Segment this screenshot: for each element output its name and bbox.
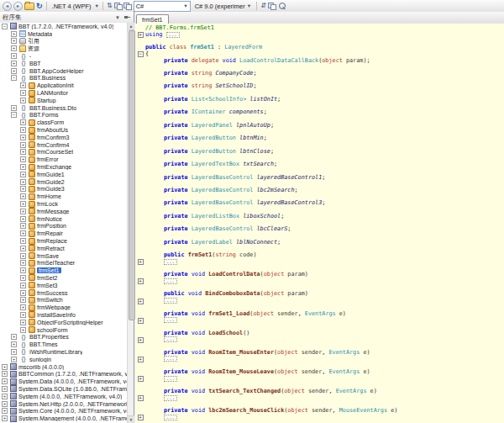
expander-icon[interactable]: − (11, 75, 17, 81)
scroll-down-icon[interactable]: ▼ (128, 415, 134, 423)
tree-item[interactable]: +ObjectForScriptingHelper (0, 319, 127, 326)
tree-item[interactable]: +frmPosition (0, 223, 127, 230)
tree-item[interactable]: +frmConfirm3 (0, 134, 127, 141)
tree-item[interactable]: +{}- (0, 52, 127, 60)
tree-item[interactable]: +InstallSaveInfo (0, 311, 127, 319)
expander-icon[interactable]: + (11, 105, 17, 111)
code-view[interactable]: // BBT.Forms.frmSet1+using ...public cla… (135, 24, 504, 423)
tree-item[interactable]: +System (4.0.0.0, .NETFramework, v4.0) (0, 393, 127, 400)
fold-marker-icon[interactable]: + (138, 32, 144, 38)
expander-icon[interactable]: + (2, 364, 8, 370)
expander-icon[interactable]: + (20, 172, 26, 177)
fold-marker-icon[interactable]: − (138, 51, 144, 57)
folded-code-box[interactable]: ... (164, 278, 177, 284)
expander-icon[interactable]: + (20, 193, 26, 199)
folded-code-box[interactable]: ... (164, 376, 177, 382)
fold-marker-icon[interactable]: + (138, 259, 144, 265)
tree-item[interactable]: +frmCourseSet (0, 149, 127, 156)
fold-marker-icon[interactable]: + (138, 395, 144, 401)
expander-icon[interactable]: + (20, 238, 26, 244)
flatten-namespaces-button[interactable] (114, 3, 122, 9)
expander-icon[interactable]: + (20, 297, 26, 303)
expander-icon[interactable]: + (20, 223, 26, 229)
assembly-list-button[interactable] (123, 3, 131, 9)
panel-menu-button[interactable]: ▼ (115, 15, 120, 20)
expander-icon[interactable]: + (20, 327, 26, 333)
back-button[interactable]: ◂ (3, 2, 12, 11)
expander-icon[interactable]: + (20, 304, 26, 310)
expander-icon[interactable]: + (2, 386, 8, 392)
expander-icon[interactable]: + (20, 209, 26, 214)
language-select[interactable]: C# ▼ (134, 1, 191, 12)
refresh-button[interactable]: ↻ (36, 3, 43, 10)
expander-icon[interactable]: + (20, 82, 26, 88)
expander-icon[interactable]: + (20, 216, 26, 222)
expander-icon[interactable]: + (20, 290, 26, 296)
expander-icon[interactable]: + (20, 201, 26, 207)
tree-item[interactable]: +资源 (0, 45, 127, 52)
expander-icon[interactable]: + (2, 408, 8, 414)
tree-item[interactable]: +frmSwitch (0, 296, 127, 304)
expander-icon[interactable]: + (11, 45, 17, 51)
tree-item[interactable]: −BBT (1.7.2.0, .NETFramework, v4.0) (0, 23, 127, 30)
sort-assemblies-button[interactable]: ⇅ (107, 2, 113, 10)
expander-icon[interactable]: + (20, 156, 26, 162)
tree-item[interactable]: +{}IWshRuntimeLibrary (0, 348, 127, 356)
tree-item[interactable]: +frmSuccess (0, 289, 127, 297)
tree-item[interactable]: +BBTCommon (1.7.2.0, .NETFramework, v4.0… (0, 370, 127, 378)
expander-icon[interactable]: + (20, 260, 26, 266)
tree-item[interactable]: +LANMonitor (0, 89, 127, 97)
expander-icon[interactable]: + (20, 149, 26, 155)
fold-marker-icon[interactable]: + (138, 278, 144, 284)
expander-icon[interactable]: − (11, 112, 17, 118)
expander-icon[interactable]: + (2, 415, 8, 421)
tree-item[interactable]: +{}BBT (0, 60, 127, 67)
tree-item[interactable]: +frmSave (0, 252, 127, 260)
expander-icon[interactable]: + (20, 127, 26, 133)
tree-item[interactable]: +frmLock (0, 200, 127, 208)
folded-code-box[interactable]: ... (164, 317, 177, 323)
expander-icon[interactable]: + (20, 98, 26, 103)
fold-marker-icon[interactable]: + (138, 357, 144, 362)
tree-item[interactable]: +frmNotice (0, 215, 127, 223)
forward-button[interactable]: ▸ (13, 2, 23, 11)
expander-icon[interactable]: + (20, 246, 26, 251)
folded-code-box[interactable]: ... (166, 32, 180, 38)
tree-item[interactable]: +System.Management (4.0.0.0, .NETFramewo… (0, 415, 127, 422)
tree-item[interactable]: +引用 (0, 38, 127, 45)
expander-icon[interactable]: + (20, 179, 26, 185)
tree-item[interactable]: +System.Net.Http (2.0.0.0, .NETFramework… (0, 400, 127, 408)
tree-item[interactable]: +System.Data.SQLite (1.0.86.0, .NETFrame… (0, 385, 127, 393)
fold-marker-icon[interactable]: + (138, 337, 144, 343)
fold-marker-icon[interactable]: + (138, 376, 144, 382)
tree-item[interactable]: +frmGuide2 (0, 178, 127, 186)
folded-code-box[interactable]: ... (164, 259, 177, 265)
tree-item[interactable]: +frmHome (0, 193, 127, 200)
folded-code-box[interactable]: ... (164, 336, 177, 342)
framework-dropdown[interactable]: .NET 4 (WPF) ▼ (50, 3, 99, 10)
tree-item[interactable]: +frmRetract (0, 245, 127, 252)
expander-icon[interactable]: + (20, 164, 26, 170)
tree-item[interactable]: +{}BBT.AppCodeHelper (0, 67, 127, 75)
fold-marker-icon[interactable]: + (138, 415, 144, 420)
tree-item[interactable]: +mscorlib (4.0.0.0) (0, 363, 127, 371)
tree-item[interactable]: +{}BBT.Properties (0, 333, 127, 341)
tree-item[interactable]: −{}BBT.Forms (0, 112, 127, 119)
expander-icon[interactable]: + (2, 378, 8, 384)
expander-icon[interactable]: + (20, 312, 26, 318)
expander-icon[interactable]: + (11, 53, 17, 59)
search-button[interactable] (277, 3, 287, 9)
expander-icon[interactable]: + (11, 61, 17, 66)
tree-item[interactable]: +ApplicationInit (0, 82, 127, 89)
tree-item[interactable]: +frmReplace (0, 237, 127, 245)
language-version-select[interactable]: C# 9.0 (experimer ▼ (193, 2, 253, 11)
expander-icon[interactable]: + (20, 253, 26, 259)
expander-icon[interactable]: + (20, 320, 26, 325)
tree-item[interactable]: +frmSet3 (0, 282, 127, 289)
tree-item[interactable]: +System.Data (4.0.0.0, .NETFramework, v4… (0, 378, 127, 385)
tree-item[interactable]: +frmSet2 (0, 274, 127, 282)
folded-code-box[interactable]: ... (164, 298, 177, 304)
tree-item[interactable]: +frmRepair (0, 230, 127, 237)
tree-item[interactable]: +System.Core (4.0.0.0, .NETFramework, v4… (0, 407, 127, 415)
expander-icon[interactable]: + (20, 267, 26, 273)
